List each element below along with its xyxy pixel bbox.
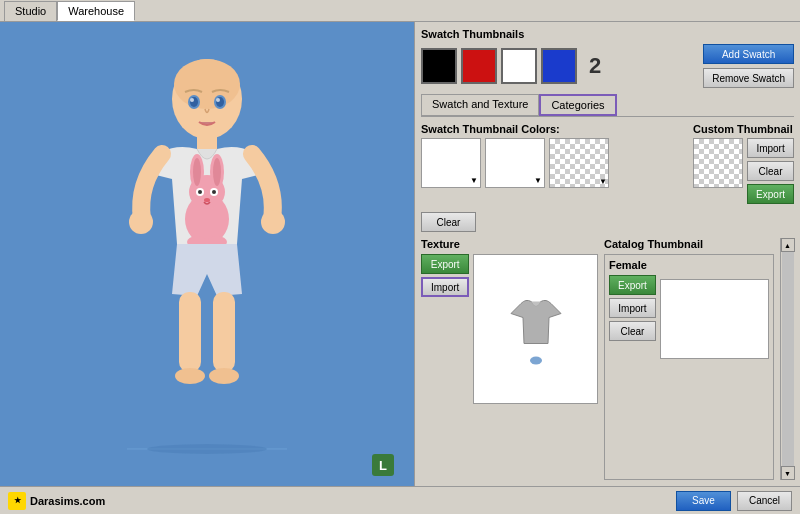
bottom-buttons: Save Cancel — [676, 491, 792, 511]
swatch-thumbnails-section: Swatch Thumbnails 2 Add Swatch Remove Sw… — [421, 28, 794, 94]
svg-point-20 — [212, 190, 216, 194]
save-button[interactable]: Save — [676, 491, 731, 511]
catalog-export-button[interactable]: Export — [609, 275, 656, 295]
custom-thumb-preview — [693, 138, 743, 188]
texture-content — [501, 294, 571, 365]
clear-button[interactable]: Clear — [421, 212, 476, 232]
inner-tabs-row: Swatch and Texture Categories — [421, 94, 794, 117]
stc-dropdown-2[interactable]: ▼ — [485, 138, 545, 188]
stc-label: Swatch Thumbnail Colors: — [421, 123, 609, 135]
svg-point-1 — [147, 444, 267, 454]
texture-section: Texture Export Import — [421, 238, 598, 480]
svg-rect-26 — [179, 292, 201, 372]
swatch-action-buttons: Add Swatch Remove Swatch — [703, 44, 794, 88]
svg-rect-27 — [213, 292, 235, 372]
svg-point-8 — [190, 98, 194, 102]
bottom-bar: ★ Darasims.com Save Cancel — [0, 486, 800, 514]
custom-thumb-box: Import Clear Export — [693, 138, 794, 204]
stc-section: Swatch Thumbnail Colors: ▼ ▼ — [421, 123, 609, 188]
catalog-preview — [660, 279, 769, 359]
stc-row: Swatch Thumbnail Colors: ▼ ▼ — [421, 123, 794, 204]
arrow-down-icon-2: ▼ — [534, 176, 542, 185]
swatch-black[interactable] — [421, 48, 457, 84]
l-badge: L — [372, 454, 394, 476]
clear-row: Clear — [421, 212, 794, 232]
title-bar: Studio Warehouse — [0, 0, 800, 22]
model-area: L — [0, 22, 414, 486]
catalog-female: Female Export Import Clear — [604, 254, 774, 480]
svg-point-16 — [213, 158, 221, 186]
custom-thumb-buttons: Import Clear Export — [747, 138, 794, 204]
catalog-import-button[interactable]: Import — [609, 298, 656, 318]
svg-point-29 — [209, 368, 239, 384]
texture-preview — [473, 254, 598, 404]
scrollbar-track — [782, 252, 794, 466]
stc-dropdown-1[interactable]: ▼ — [421, 138, 481, 188]
swatch-white[interactable] — [501, 48, 537, 84]
swatch-count-badge: 2 — [589, 53, 601, 79]
tab-swatch-texture[interactable]: Swatch and Texture — [421, 94, 539, 116]
scrollbar-down-button[interactable]: ▼ — [781, 466, 795, 480]
main-content: L Swatch Thumbnails 2 — [0, 22, 800, 486]
add-swatch-button[interactable]: Add Swatch — [703, 44, 794, 64]
custom-thumbnail-section: Custom Thumbnail Import Clear Export — [693, 123, 794, 204]
preview-panel: L — [0, 22, 415, 486]
svg-point-28 — [175, 368, 205, 384]
catalog-clear-button[interactable]: Clear — [609, 321, 656, 341]
swatch-red[interactable] — [461, 48, 497, 84]
arrow-down-icon: ▼ — [784, 470, 791, 477]
tab-studio[interactable]: Studio — [4, 1, 57, 21]
texture-tshirt-icon — [501, 294, 571, 349]
custom-export-button[interactable]: Export — [747, 184, 794, 204]
remove-swatch-button[interactable]: Remove Swatch — [703, 68, 794, 88]
custom-thumbnail-title: Custom Thumbnail — [693, 123, 794, 135]
texture-btn-row: Export Import — [421, 254, 469, 404]
texture-main: Export Import — [421, 254, 598, 404]
catalog-female-title: Female — [609, 259, 769, 271]
logo-text: Darasims.com — [30, 495, 105, 507]
svg-point-24 — [129, 210, 153, 234]
scrollbar-up-button[interactable]: ▲ — [781, 238, 795, 252]
darasims-logo: ★ Darasims.com — [8, 492, 105, 510]
catalog-female-buttons: Export Import Clear — [609, 275, 656, 341]
svg-point-21 — [204, 198, 210, 202]
texture-dot — [530, 357, 542, 365]
color-select-1[interactable]: ▼ — [421, 138, 481, 188]
tab-warehouse[interactable]: Warehouse — [57, 1, 135, 21]
color-select-2[interactable]: ▼ — [485, 138, 545, 188]
swatch-colors — [421, 48, 577, 84]
swatch-thumbnails-area: 2 Add Swatch Remove Swatch — [421, 44, 794, 88]
texture-title: Texture — [421, 238, 598, 250]
character-model — [97, 44, 317, 464]
catalog-section: Catalog Thumbnail Female Export Import C… — [604, 238, 774, 480]
arrow-down-icon-3: ▼ — [599, 177, 607, 186]
swatch-blue[interactable] — [541, 48, 577, 84]
checkerboard-box: ▼ — [549, 138, 609, 188]
cancel-button[interactable]: Cancel — [737, 491, 792, 511]
svg-point-3 — [174, 59, 240, 109]
swatch-thumbnails-title: Swatch Thumbnails — [421, 28, 794, 40]
custom-import-button[interactable]: Import — [747, 138, 794, 158]
right-panel: Swatch Thumbnails 2 Add Swatch Remove Sw… — [415, 22, 800, 486]
bottom-area: Texture Export Import — [421, 238, 794, 480]
arrow-up-icon: ▲ — [784, 242, 791, 249]
catalog-title: Catalog Thumbnail — [604, 238, 774, 250]
stc-dropdowns: ▼ ▼ ▼ — [421, 138, 609, 188]
svg-point-15 — [193, 158, 201, 186]
arrow-down-icon-1: ▼ — [470, 176, 478, 185]
catalog-female-content: Export Import Clear — [609, 275, 769, 359]
logo-icon: ★ — [8, 492, 26, 510]
texture-import-button[interactable]: Import — [421, 277, 469, 297]
svg-point-25 — [261, 210, 285, 234]
right-scrollbar[interactable]: ▲ ▼ — [780, 238, 794, 480]
custom-clear-button[interactable]: Clear — [747, 161, 794, 181]
svg-point-18 — [198, 190, 202, 194]
tab-categories[interactable]: Categories — [539, 94, 616, 116]
svg-point-9 — [216, 98, 220, 102]
texture-export-button[interactable]: Export — [421, 254, 469, 274]
